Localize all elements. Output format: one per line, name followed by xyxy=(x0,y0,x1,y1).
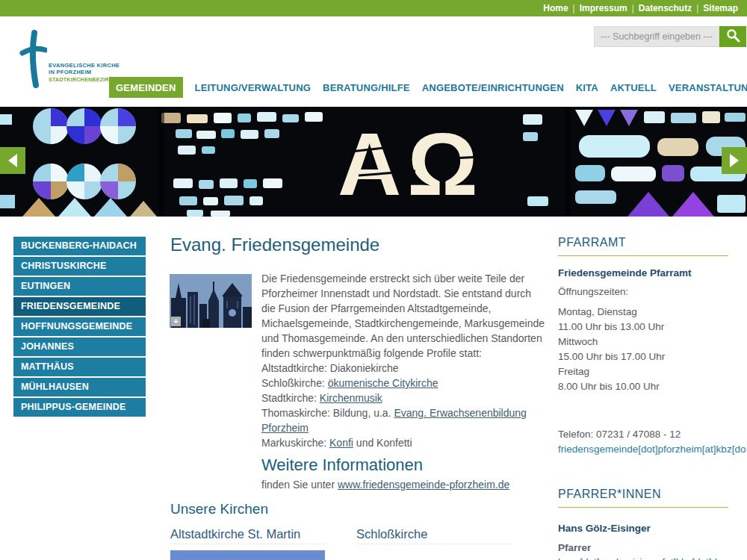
church-name-schlosskirche: Schloßkirche xyxy=(356,526,511,541)
topbar-separator: | xyxy=(696,3,698,13)
pfarramt-name: Friedensgemeinde Pfarramt xyxy=(558,267,692,279)
hours-line: 15.00 Uhr bis 17.00 Uhr xyxy=(558,349,665,364)
search-button[interactable] xyxy=(719,26,746,47)
pfarrer-name: Hans Gölz-Eisinger xyxy=(558,523,651,534)
search-bar xyxy=(594,26,746,47)
topbar-link-datenschutz[interactable]: Datenschutz xyxy=(639,3,692,13)
pfarrer-email-link[interactable]: hans[dot]goelz-eisinger[at]kbz[dot]de xyxy=(558,556,723,560)
kirchenmusik-link[interactable]: Kirchenmusik xyxy=(320,392,382,404)
altstadtkirche-photo[interactable] xyxy=(170,550,325,560)
sidebar-item-buckenberg-haidach[interactable]: BUCKENBERG-HAIDACH xyxy=(13,237,146,255)
sidebar-item-hoffnungsgemeinde[interactable]: HOFFNUNGSGEMEINDE xyxy=(13,317,146,336)
more-info-heading: Weitere Informationen xyxy=(261,458,545,473)
pfarramt-heading: PFARRAMT xyxy=(558,236,728,256)
citykirche-link[interactable]: ökumenische Citykirche xyxy=(328,377,438,389)
sidebar-item-muehlhausen[interactable]: MÜHLHAUSEN xyxy=(13,378,146,396)
hours-line: 8.00 Uhr bis 10.00 Uhr xyxy=(558,379,665,394)
search-input[interactable] xyxy=(594,26,719,47)
hours-line: 11.00 Uhr bis 13.00 Uhr xyxy=(558,320,665,335)
nav-item-angebote-einrichtungen[interactable]: ANGEBOTE/EINRICHTUNGEN xyxy=(422,77,564,98)
friedensgemeinde-website-link[interactable]: www.friedensgemeinde-pforzheim.de xyxy=(338,479,509,491)
prev-arrow-icon xyxy=(8,154,17,167)
church-skyline-image xyxy=(170,274,252,328)
profile-text: Thomaskirche: Bildung, u.a. xyxy=(261,407,394,419)
topbar-separator: | xyxy=(573,3,575,13)
hours-line: Montag, Dienstag xyxy=(558,305,665,320)
topbar-link-impressum[interactable]: Impressum xyxy=(580,3,627,13)
hours-line: Freitag xyxy=(558,364,665,379)
topbar-link-sitemap[interactable]: Sitemap xyxy=(703,3,738,13)
church-column-schlosskirche: Schloßkirche xyxy=(356,526,511,560)
profile-stadtkirche: Stadtkirche: Kirchenmusik xyxy=(261,391,545,405)
sidebar-item-eutingen[interactable]: EUTINGEN xyxy=(13,277,146,296)
nav-item-beratung-hilfe[interactable]: BERATUNG/HILFE xyxy=(323,77,410,98)
pfarrer-heading: PFARRER*INNEN xyxy=(558,488,728,508)
nav-item-kita[interactable]: KITA xyxy=(576,77,598,98)
page-title: Evang. Friedensgemeinde xyxy=(170,234,379,255)
parish-thumbnail[interactable]: + xyxy=(170,274,252,328)
divider xyxy=(356,544,511,544)
sidebar-item-matthaeus[interactable]: MATTHÄUS xyxy=(13,358,146,376)
nav-item-veranstaltungen[interactable]: VERANSTALTUNGEN xyxy=(669,77,747,98)
site-logo[interactable]: EVANGELISCHE KIRCHE IN PFORZHEIM STADTKI… xyxy=(19,30,120,91)
hero-slider: ΑΩ xyxy=(0,107,747,217)
logo-line2: IN PFORZHEIM xyxy=(49,69,120,76)
profile-text: Altstadtkirche: Diakoniekirche xyxy=(261,362,399,374)
hours-label: Öffnungszeiten: xyxy=(558,286,628,297)
slider-prev-button[interactable] xyxy=(0,147,25,174)
church-column-altstadtkirche: Altstadtkirche St. Martin xyxy=(170,526,325,560)
logo-cross-icon xyxy=(19,30,47,91)
church-name-altstadtkirche: Altstadtkirche St. Martin xyxy=(170,526,325,541)
hero-alpha-omega-text: ΑΩ xyxy=(338,115,484,214)
stained-glass-image: ΑΩ xyxy=(0,107,747,217)
churches-heading: Unsere Kirchen xyxy=(170,501,268,517)
hours-line: Mittwoch xyxy=(558,335,665,349)
topbar: Home|Impressum|Datenschutz|Sitemap xyxy=(0,0,747,16)
pfarramt-phone: Telefon: 07231 / 47088 - 12 xyxy=(558,429,681,440)
profile-markuskirche: Markuskirche: Konfi und Konfetti xyxy=(261,435,545,450)
topbar-link-home[interactable]: Home xyxy=(543,3,568,13)
zoom-plus-icon: + xyxy=(171,317,181,326)
pfarramt-email-link[interactable]: friedensgemeinde[dot]pforzheim[at]kbz[do xyxy=(558,444,746,455)
profile-text: und Konfetti xyxy=(353,437,412,449)
header: EVANGELISCHE KIRCHE IN PFORZHEIM STADTKI… xyxy=(0,16,747,107)
topbar-separator: | xyxy=(632,3,634,13)
profile-altstadtkirche: Altstadtkirche: Diakoniekirche xyxy=(261,361,545,376)
nav-item-gemeinden[interactable]: GEMEINDEN xyxy=(109,77,183,98)
more-info-prefix: finden Sie unter xyxy=(261,479,338,491)
topbar-links: Home|Impressum|Datenschutz|Sitemap xyxy=(543,0,738,16)
sidebar-item-friedensgemeinde[interactable]: FRIEDENSGEMEINDE xyxy=(13,297,146,316)
sidebar-item-johannes[interactable]: JOHANNES xyxy=(13,337,146,356)
next-arrow-icon xyxy=(730,154,739,167)
opening-hours: Montag, Dienstag 11.00 Uhr bis 13.00 Uhr… xyxy=(558,305,665,394)
slider-next-button[interactable] xyxy=(722,147,747,174)
profile-thomaskirche: Thomaskirche: Bildung, u.a. Evang. Erwac… xyxy=(261,405,545,435)
parish-description: Die Friedensgemeinde erstreckt sich über… xyxy=(261,271,545,492)
profile-text: Stadtkirche: xyxy=(261,392,320,404)
page: Home|Impressum|Datenschutz|Sitemap EVANG… xyxy=(0,0,747,560)
divider xyxy=(170,544,325,544)
schlosskirche-photo[interactable] xyxy=(356,550,511,560)
search-icon xyxy=(726,28,740,45)
sidebar-item-philippus-gemeinde[interactable]: PHILIPPUS-GEMEINDE xyxy=(13,398,146,417)
profile-text: Schloßkirche: xyxy=(261,377,328,389)
more-info-line: finden Sie unter www.friedensgemeinde-pf… xyxy=(261,477,545,492)
pfarrer-role: Pfarrer xyxy=(558,542,591,553)
nav-item-aktuell[interactable]: AKTUELL xyxy=(610,77,657,98)
profile-text: Markuskirche: xyxy=(261,437,329,449)
intro-paragraph: Die Friedensgemeinde erstreckt sich über… xyxy=(261,271,545,361)
main-navigation: GEMEINDEN LEITUNG/VERWALTUNG BERATUNG/HI… xyxy=(109,77,747,98)
konfi-link[interactable]: Konfi xyxy=(329,437,353,449)
profile-schlosskirche: Schloßkirche: ökumenische Citykirche xyxy=(261,376,545,391)
gemeinden-sidebar: BUCKENBERG-HAIDACH CHRISTUSKIRCHE EUTING… xyxy=(13,237,146,418)
sidebar-item-christuskirche[interactable]: CHRISTUSKIRCHE xyxy=(13,257,146,276)
nav-item-leitung-verwaltung[interactable]: LEITUNG/VERWALTUNG xyxy=(195,77,311,98)
